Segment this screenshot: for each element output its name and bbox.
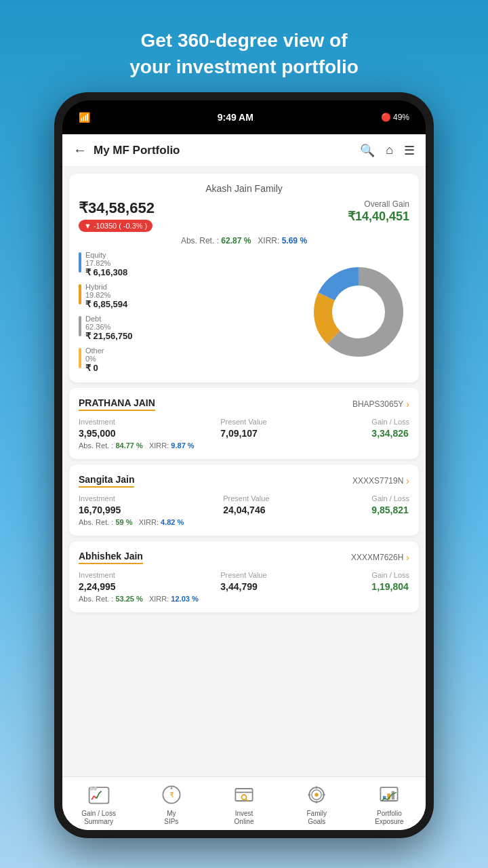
svg-point-18 <box>315 793 319 797</box>
donut-svg <box>308 261 409 363</box>
person-cols-abhishek: Investment 2,24,995 Present Value 3,44,7… <box>79 571 409 592</box>
change-badge: ▼ -10350 (-0.3%) <box>79 220 152 232</box>
person-abs-prathana: Abs. Ret. : 84.77 % XIRR: 9.87 % <box>79 441 409 450</box>
person-card-abhishek: Abhishek Jain XXXXM7626H › Investment 2,… <box>69 541 419 612</box>
person-id-prathana[interactable]: BHAPS3065Y › <box>352 399 409 410</box>
chart-legend: Equity17.82% ₹ 6,16,308 Hybrid19.82% ₹ 6… <box>79 251 308 373</box>
chevron-icon-prathana: › <box>406 399 409 410</box>
overall-gain-label: Overall Gain <box>348 199 409 209</box>
person-header-sangita: Sangita Jain XXXXS7719N › <box>79 474 409 488</box>
hybrid-bar <box>79 284 81 304</box>
svg-text:₹: ₹ <box>169 791 174 799</box>
battery-indicator: 🔴 49% <box>381 113 409 122</box>
app-bar: ← My MF Portfolio 🔍 ⌂ ☰ <box>62 134 426 167</box>
present-value-col-s: Present Value 24,04,746 <box>223 494 269 515</box>
portfolio-total-value: ₹34,58,652 <box>79 199 155 217</box>
debt-info: Debt62.36% ₹ 21,56,750 <box>85 315 132 341</box>
legend-debt: Debt62.36% ₹ 21,56,750 <box>79 315 308 341</box>
goals-icon <box>304 783 329 807</box>
nav-family-goals[interactable]: FamilyGoals <box>281 783 353 826</box>
wifi-indicator: 📶 <box>79 112 90 123</box>
donut-center <box>334 288 383 336</box>
hybrid-amount: ₹ 6,85,594 <box>85 299 127 309</box>
nav-family-goals-label: FamilyGoals <box>306 810 326 826</box>
other-amount: ₹ 0 <box>85 363 104 373</box>
nav-my-sips[interactable]: ₹ MySIPs <box>135 783 207 826</box>
svg-line-4 <box>92 796 94 800</box>
person-id-abhishek[interactable]: XXXXM7626H › <box>351 552 409 563</box>
time-display: 9:49 AM <box>218 112 253 123</box>
main-content: Akash Jain Family ₹34,58,652 ▼ -10350 (-… <box>62 167 426 776</box>
debt-amount: ₹ 21,56,750 <box>85 331 132 341</box>
donut-chart <box>308 261 409 363</box>
portfolio-summary-card: Akash Jain Family ₹34,58,652 ▼ -10350 (-… <box>69 174 419 382</box>
abs-ret-value: 62.87 % <box>221 236 251 245</box>
person-id-sangita[interactable]: XXXXS7719N › <box>352 475 409 486</box>
investment-col-s: Investment 16,70,995 <box>79 494 121 515</box>
person-card-sangita: Sangita Jain XXXXS7719N › Investment 16,… <box>69 465 419 536</box>
equity-bar <box>79 252 81 273</box>
hybrid-label: Hybrid19.82% <box>85 283 127 299</box>
status-bar: 📶 9:49 AM 🔴 49% <box>62 100 426 134</box>
svg-point-14 <box>241 795 246 800</box>
gain-loss-col: Gain / Loss 3,34,826 <box>371 418 409 439</box>
phone-device: 📶 9:49 AM 🔴 49% ← My MF Portfolio 🔍 ⌂ ☰ … <box>54 92 434 838</box>
legend-other: Other0% ₹ 0 <box>79 347 308 373</box>
gain-loss-col-s: Gain / Loss 9,85,821 <box>371 494 409 515</box>
nav-portfolio-exposure[interactable]: PortfolioExposure <box>353 783 426 826</box>
page-title: My MF Portfolio <box>94 144 353 157</box>
person-header-prathana: PRATHANA JAIN BHAPS3065Y › <box>79 397 409 411</box>
debt-bar <box>79 316 81 336</box>
home-icon[interactable]: ⌂ <box>386 143 393 158</box>
person-name-sangita: Sangita Jain <box>79 474 134 488</box>
summary-top: ₹34,58,652 ▼ -10350 (-0.3%) Overall Gain… <box>79 199 409 232</box>
legend-equity: Equity17.82% ₹ 6,16,308 <box>79 251 308 277</box>
hybrid-info: Hybrid19.82% ₹ 6,85,594 <box>85 283 127 309</box>
invest-icon <box>232 783 256 807</box>
nav-invest-online-label: InvestOnline <box>235 810 254 826</box>
menu-icon[interactable]: ☰ <box>404 143 415 158</box>
other-info: Other0% ₹ 0 <box>85 347 104 373</box>
nav-gain-loss-label: Gain / LossSummary <box>81 810 116 826</box>
portfolio-value-section: ₹34,58,652 ▼ -10350 (-0.3%) <box>79 199 155 232</box>
person-header-abhishek: Abhishek Jain XXXXM7626H › <box>79 551 409 564</box>
svg-point-9 <box>93 787 96 791</box>
sip-icon: ₹ <box>159 783 184 807</box>
nav-portfolio-exposure-label: PortfolioExposure <box>375 810 403 826</box>
search-icon[interactable]: 🔍 <box>360 143 375 158</box>
equity-amount: ₹ 6,16,308 <box>85 267 127 277</box>
present-value-col: Present Value 7,09,107 <box>220 418 266 439</box>
person-cols-sangita: Investment 16,70,995 Present Value 24,04… <box>79 494 409 515</box>
present-value-col-a: Present Value 3,44,799 <box>220 571 266 592</box>
other-bar <box>79 348 81 368</box>
exposure-icon <box>377 783 401 807</box>
gain-loss-col-a: Gain / Loss 1,19,804 <box>371 571 409 592</box>
chevron-icon-sangita: › <box>406 475 409 486</box>
svg-line-6 <box>96 794 99 799</box>
person-name-prathana: PRATHANA JAIN <box>79 397 155 411</box>
equity-info: Equity17.82% ₹ 6,16,308 <box>85 251 127 277</box>
other-label: Other0% <box>85 347 104 363</box>
header-section: Get 360-degree view of your investment p… <box>129 27 359 80</box>
xirr-value: 5.69 % <box>282 236 307 245</box>
nav-gain-loss[interactable]: Gain / LossSummary <box>62 783 135 826</box>
person-cols-prathana: Investment 3,95,000 Present Value 7,09,1… <box>79 418 409 439</box>
person-name-abhishek: Abhishek Jain <box>79 551 143 564</box>
nav-my-sips-label: MySIPs <box>164 810 178 826</box>
person-abs-abhishek: Abs. Ret. : 53.25 % XIRR: 12.03 % <box>79 595 409 603</box>
investment-col: Investment 3,95,000 <box>79 418 116 439</box>
overall-gain-value: ₹14,40,451 <box>348 209 409 224</box>
family-name: Akash Jain Family <box>79 183 409 194</box>
nav-invest-online[interactable]: InvestOnline <box>207 783 280 826</box>
svg-point-8 <box>89 787 93 791</box>
header-line2: your investment portfolio <box>129 56 359 77</box>
svg-line-7 <box>99 791 102 794</box>
back-button[interactable]: ← <box>73 142 87 158</box>
investment-col-a: Investment 2,24,995 <box>79 571 116 592</box>
gain-loss-icon <box>87 783 111 807</box>
legend-hybrid: Hybrid19.82% ₹ 6,85,594 <box>79 283 308 309</box>
person-abs-sangita: Abs. Ret. : 59 % XIRR: 4.82 % <box>79 518 409 526</box>
overall-gain-section: Overall Gain ₹14,40,451 <box>348 199 409 224</box>
person-card-prathana: PRATHANA JAIN BHAPS3065Y › Investment 3,… <box>69 388 419 459</box>
svg-rect-26 <box>392 791 395 800</box>
